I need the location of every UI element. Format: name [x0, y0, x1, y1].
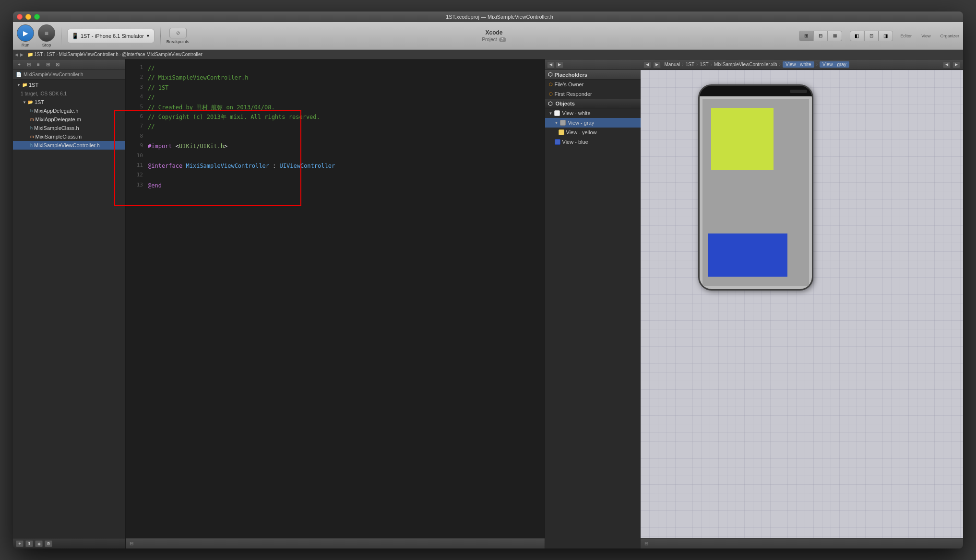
view-yellow-icon: [559, 129, 564, 135]
ib-bc-1st2: 1ST: [700, 62, 708, 67]
line-num-6: 6: [133, 112, 148, 122]
first-responder-icon: ⬡: [549, 92, 553, 96]
stop-button[interactable]: ■ Stop: [38, 24, 55, 47]
code-comment-5: // Created by 田村 航弥 on 2013/04/08.: [148, 103, 541, 112]
panel-nav-prev[interactable]: ◀: [547, 61, 555, 68]
ib-view-gray-label: View - gray: [822, 62, 846, 67]
sidebar-add-btn-bottom[interactable]: +: [16, 540, 24, 547]
ib-nav-end-next[interactable]: ▶: [952, 61, 960, 68]
main-window: 1ST.xcodeproj — MixiSampleViewController…: [13, 12, 963, 548]
sidebar-toolbar: + ⊟ ≡ ⊞ ⊠: [13, 59, 125, 70]
view-yellow-item[interactable]: View - yellow: [545, 128, 641, 137]
breadcrumb-file: MixiSampleViewController.h: [59, 52, 118, 57]
tree-item-class-m[interactable]: m MixiSampleClass.m: [13, 132, 125, 141]
sidebar-gear-btn[interactable]: ⚙: [45, 540, 52, 547]
code-area[interactable]: 1 // 2 // MixiSampleViewController.h 3 /…: [126, 59, 545, 538]
ib-zoom-btn[interactable]: ⊟: [644, 541, 648, 546]
version-editor-button[interactable]: ⊠: [828, 31, 842, 41]
view-gray-expand: ▼: [555, 121, 559, 125]
tree-item-appdelegate-h[interactable]: h MixiAppDelegate.h: [13, 106, 125, 115]
view-gray-item[interactable]: ▼ View - gray: [545, 118, 641, 128]
ib-nav-end-prev[interactable]: ◀: [943, 61, 951, 68]
code-comment-7: //: [148, 122, 541, 131]
ib-nav-next[interactable]: ▶: [653, 61, 661, 68]
line-num-9: 9: [133, 141, 148, 151]
ib-nav-prev[interactable]: ◀: [643, 61, 651, 68]
code-line-13: 13 @end: [133, 181, 541, 190]
view-blue-item[interactable]: View - blue: [545, 137, 641, 147]
toolbar-subtitle: Project 2: [482, 37, 506, 42]
line-num-10: 10: [133, 152, 148, 161]
nav-prev-icon[interactable]: ◀: [15, 52, 18, 57]
file-tree: ▼ 📁 1ST 1 target, iOS SDK 6.1 ▼ 📂 1ST h …: [13, 80, 125, 538]
view-white-icon: [554, 110, 560, 116]
sidebar-filter-btn-bottom[interactable]: ◈: [35, 540, 43, 547]
toolbar-right: ⊞ ⊟ ⊠ ◧ ⊡ ◨: [799, 31, 959, 41]
minimize-button[interactable]: [25, 14, 31, 20]
project-info: 1 target, iOS SDK 6.1: [13, 89, 125, 98]
code-line-1: 1 //: [133, 63, 541, 73]
debug-toggle[interactable]: ⊡: [864, 31, 879, 41]
sidebar-add-btn[interactable]: +: [15, 61, 24, 69]
code-comment-6: // Copyright (c) 2013年 mixi. All rights …: [148, 112, 541, 122]
code-line-6: 6 // Copyright (c) 2013年 mixi. All right…: [133, 112, 541, 122]
tree-item-root[interactable]: ▼ 📁 1ST: [13, 81, 125, 89]
utilities-toggle[interactable]: ◨: [879, 31, 893, 41]
code-comment-1: //: [148, 63, 541, 73]
file-appdelegate-m: MixiAppDelegate.m: [36, 117, 81, 122]
maximize-button[interactable]: [34, 14, 40, 20]
close-button[interactable]: [17, 14, 23, 20]
ib-bc-xib: MixiSampleViewController.xib: [714, 62, 777, 67]
sidebar-sort-btn[interactable]: ≡: [34, 61, 43, 69]
view-white-item[interactable]: ▼ View - white: [545, 108, 641, 118]
placeholders-label: Placeholders: [555, 72, 587, 78]
code-line-10: 10: [133, 152, 541, 161]
h-file-icon-3: h: [30, 143, 33, 148]
tree-item-vc-h[interactable]: h MixiSampleViewController.h: [13, 141, 125, 150]
breakpoints-button[interactable]: ⊘ Breakpoints: [167, 28, 190, 44]
sidebar-filter-btn[interactable]: ⊟: [24, 61, 33, 69]
panel-nav-next[interactable]: ▶: [556, 61, 563, 68]
ib-view-gray-tab[interactable]: View - gray: [820, 61, 849, 68]
code-comment-3: // 1ST: [148, 83, 541, 93]
stop-label: Stop: [42, 43, 51, 47]
tree-item-1st[interactable]: ▼ 📂 1ST: [13, 98, 125, 106]
standard-editor-button[interactable]: ⊞: [799, 31, 813, 41]
group-label: 1ST: [35, 99, 44, 105]
ib-view-white-tab[interactable]: View - white: [783, 61, 814, 68]
view-white-expand: ▼: [549, 111, 553, 116]
navigator-toggle[interactable]: ◧: [850, 31, 864, 41]
sidebar-hierarchy-btn[interactable]: ⊞: [44, 61, 52, 69]
assistant-editor-button[interactable]: ⊟: [813, 31, 828, 41]
tree-item-class-h[interactable]: h MixiSampleClass.h: [13, 124, 125, 132]
sidebar-file-label: MixiSampleViewController.h: [24, 72, 83, 77]
project-label: Project: [482, 37, 497, 42]
run-button[interactable]: ▶ Run: [17, 24, 34, 47]
view-buttons: ◧ ⊡ ◨: [850, 31, 893, 41]
line-num-5: 5: [133, 103, 148, 112]
group-icon: 📂: [28, 100, 33, 105]
ib-sep3: ›: [711, 62, 712, 67]
breadcrumb-interface: @interface MixiSampleViewController: [122, 52, 202, 57]
ib-sep4: ›: [779, 62, 781, 67]
first-responder-item[interactable]: ⬡ First Responder: [545, 89, 641, 99]
nav-next-icon[interactable]: ▶: [20, 52, 24, 57]
view-gray-icon: [560, 120, 566, 126]
objects-icon: ⬡: [548, 101, 553, 107]
view-blue-label: View - blue: [562, 139, 588, 145]
tree-item-appdelegate-m[interactable]: m MixiAppDelegate.m: [13, 115, 125, 124]
sidebar-search-btn[interactable]: ⊠: [53, 61, 62, 69]
iphone-button-shape: [790, 90, 807, 93]
file-class-h: MixiSampleClass.h: [34, 125, 79, 131]
ib-view-white-label: View - white: [786, 62, 811, 67]
files-owner-item[interactable]: ⬡ File's Owner: [545, 80, 641, 89]
sidebar-share-btn[interactable]: ⬆: [25, 540, 33, 547]
line-num-4: 4: [133, 93, 148, 102]
code-line-7: 7 //: [133, 122, 541, 131]
view-label: View: [921, 34, 930, 38]
bc-sep-2: ›: [56, 52, 58, 57]
project-name: 1ST: [29, 82, 38, 88]
panel-toolbar: ◀ ▶: [545, 59, 641, 70]
line-num-13: 13: [133, 181, 148, 190]
scheme-selector[interactable]: 📱 1ST - iPhone 6.1 Simulator ▼: [67, 29, 155, 43]
